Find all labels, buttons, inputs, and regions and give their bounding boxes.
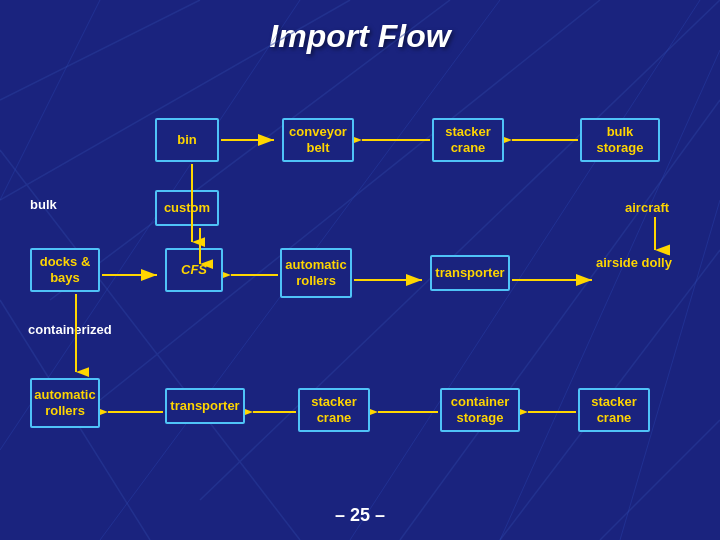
bulk-label: bulk (30, 197, 57, 212)
containerized-label: containerized (28, 322, 112, 337)
transporter-bottom-box: transporter (165, 388, 245, 424)
svg-line-5 (400, 100, 720, 540)
stacker-crane-top-box: stacker crane (432, 118, 504, 162)
custom-box: custom (155, 190, 219, 226)
footer-page-number: – 25 – (0, 505, 720, 526)
page-title: Import Flow (0, 0, 720, 63)
auto-rollers-right-box: automatic rollers (280, 248, 352, 298)
airside-dolly-label: airside dolly (596, 255, 672, 271)
transporter-right-box: transporter (430, 255, 510, 291)
conveyor-belt-box: conveyor belt (282, 118, 354, 162)
cfs-box: CFS (165, 248, 223, 292)
aircraft-label: aircraft (625, 200, 669, 215)
docks-bays-box: docks & bays (30, 248, 100, 292)
bulk-storage-box: bulk storage (580, 118, 660, 162)
auto-rollers-left-box: automatic rollers (30, 378, 100, 428)
bin-box: bin (155, 118, 219, 162)
stacker-crane-bottom-left-box: stacker crane (298, 388, 370, 432)
svg-line-15 (620, 200, 720, 540)
container-storage-box: container storage (440, 388, 520, 432)
stacker-crane-bottom-right-box: stacker crane (578, 388, 650, 432)
